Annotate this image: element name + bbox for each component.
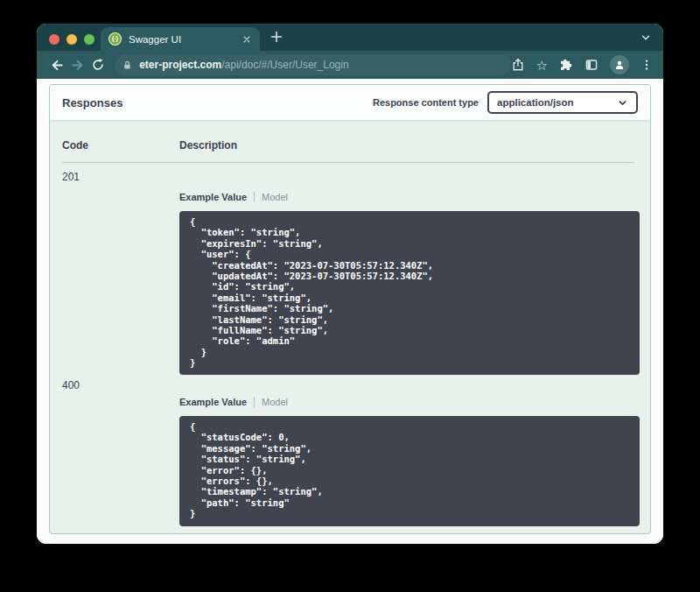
tab-divider — [254, 192, 255, 202]
traffic-lights — [49, 34, 94, 45]
lock-icon[interactable] — [122, 60, 133, 71]
url-address-bar[interactable]: eter-project.com/api/doc/#/User/User_Log… — [115, 54, 510, 75]
response-code-201: 201 — [62, 171, 80, 183]
url-text: eter-project.com/api/doc/#/User/User_Log… — [139, 59, 348, 71]
url-domain: eter-project.com — [139, 59, 221, 71]
tab-close-icon[interactable] — [242, 34, 252, 45]
url-path: /api/doc/#/User/User_Login — [221, 59, 348, 71]
reload-icon[interactable] — [88, 54, 108, 75]
tab-search-chevron-icon[interactable] — [640, 32, 652, 44]
table-header-divider — [62, 162, 634, 163]
tab-example-value[interactable]: Example Value — [179, 397, 247, 407]
side-panel-icon[interactable] — [584, 58, 598, 72]
code-column-header: Code — [62, 139, 88, 152]
response-201-tabs: Example Value Model — [179, 192, 288, 202]
extensions-puzzle-icon[interactable] — [559, 58, 573, 72]
responses-title: Responses — [62, 96, 122, 109]
response-content-type-label: Response content type — [373, 97, 479, 108]
response-content-type-value: application/json — [497, 97, 574, 108]
tab-strip: Swagger UI — [37, 24, 663, 51]
tab-example-value[interactable]: Example Value — [179, 192, 247, 202]
bookmark-star-icon[interactable]: ☆ — [536, 59, 548, 72]
response-400-example-json: { "statusCode": 0, "message": "string", … — [179, 416, 640, 526]
kebab-menu-icon[interactable] — [640, 58, 653, 72]
tab-divider — [254, 397, 255, 407]
description-column-header: Description — [179, 139, 237, 152]
response-201-example-json: { "token": "string", "expiresIn": "strin… — [179, 211, 640, 375]
post-operation-block: Responses Response content type applicat… — [49, 84, 651, 534]
responses-section-header: Responses Response content type applicat… — [50, 85, 650, 120]
toolbar-right-icons: ☆ — [511, 55, 653, 74]
profile-avatar[interactable] — [610, 55, 629, 74]
tab-model[interactable]: Model — [262, 397, 288, 407]
tab-title: Swagger UI — [129, 34, 234, 45]
response-content-type-group: Response content type application/json — [373, 91, 638, 114]
browser-tab-swagger-ui[interactable]: Swagger UI — [101, 27, 260, 51]
swagger-page-content: Responses Response content type applicat… — [37, 79, 663, 544]
new-tab-icon[interactable] — [270, 30, 284, 44]
forward-icon[interactable] — [67, 54, 88, 75]
browser-window: Swagger UI — [37, 24, 663, 544]
response-content-type-select[interactable]: application/json — [487, 91, 638, 114]
swagger-favicon — [108, 32, 122, 46]
minimize-traffic-light[interactable] — [66, 34, 77, 45]
share-icon[interactable] — [511, 58, 525, 72]
response-code-400: 400 — [62, 379, 80, 391]
browser-toolbar: eter-project.com/api/doc/#/User/User_Log… — [37, 51, 663, 79]
response-400-tabs: Example Value Model — [179, 397, 288, 407]
chevron-down-icon — [617, 97, 628, 109]
fullscreen-traffic-light[interactable] — [84, 34, 94, 45]
close-traffic-light[interactable] — [49, 34, 60, 45]
tab-model[interactable]: Model — [262, 192, 288, 202]
back-icon[interactable] — [47, 54, 67, 75]
